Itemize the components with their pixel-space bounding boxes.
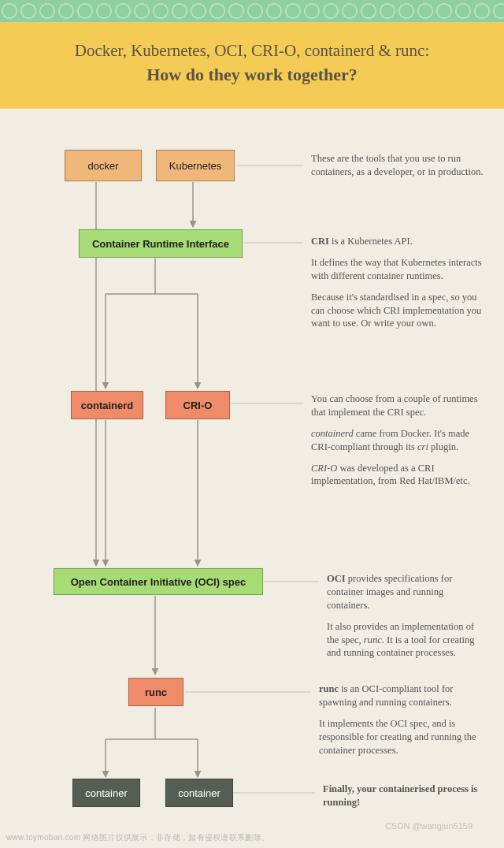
- desc-final: Finally, your containerised process is r…: [323, 783, 484, 817]
- node-kubernetes: Kubernetes: [156, 150, 235, 181]
- desc-rt-p2: containerd came from Docker. It's made C…: [311, 427, 484, 454]
- desc-runtimes: You can choose from a couple of runtimes…: [311, 392, 484, 496]
- diagram-stage: docker Kubernetes These are the tools th…: [0, 109, 504, 834]
- desc-final-text: Finally, your containerised process is r…: [323, 783, 484, 809]
- desc-cri-p2: It defines the way that Kubernetes inter…: [311, 256, 484, 283]
- watermark-toymoban: www.toymoban.com 网络图片仅供展示，非存储，如有侵权请联系删除。: [6, 832, 269, 843]
- desc-oci-p1: OCI provides specifications for containe…: [327, 572, 484, 612]
- node-containerd: containerd: [71, 391, 143, 419]
- node-docker: docker: [65, 150, 142, 181]
- title-line-2: How do they work together?: [24, 63, 480, 87]
- node-oci: Open Container Initiative (OCI) spec: [54, 568, 263, 595]
- desc-oci-p2: It also provides an implementation of th…: [327, 620, 484, 660]
- node-container-b: container: [165, 779, 233, 807]
- page-title: Docker, Kubernetes, OCI, CRI-O, containe…: [24, 39, 480, 87]
- desc-tools: These are the tools that you use to run …: [311, 152, 484, 187]
- title-line-1: Docker, Kubernetes, OCI, CRI-O, containe…: [75, 41, 430, 60]
- desc-runc-p2: It implements the OCI spec, and is respo…: [319, 717, 486, 757]
- desc-tools-text: These are the tools that you use to run …: [311, 152, 484, 179]
- desc-rt-p3: CRI-O was developed as a CRI implementat…: [311, 462, 484, 489]
- desc-runc-p1: runc is an OCI-compliant tool for spawni…: [319, 682, 486, 709]
- watermark-csdn: CSDN @wangjun5159: [385, 821, 472, 831]
- node-container-a: container: [72, 779, 140, 807]
- node-runc: runc: [128, 678, 183, 706]
- desc-rt-p1: You can choose from a couple of runtimes…: [311, 392, 484, 419]
- desc-cri: CRI is a Kubernetes API. It defines the …: [311, 235, 484, 338]
- desc-oci: OCI provides specifications for containe…: [327, 572, 484, 668]
- node-cri: Container Runtime Interface: [79, 229, 243, 258]
- desc-runc: runc is an OCI-compliant tool for spawni…: [319, 682, 486, 764]
- node-crio: CRI-O: [165, 391, 230, 419]
- desc-cri-p1: CRI is a Kubernetes API.: [311, 235, 484, 248]
- title-band: Docker, Kubernetes, OCI, CRI-O, containe…: [0, 22, 504, 109]
- desc-cri-p3: Because it's standardised in a spec, so …: [311, 291, 484, 331]
- decorative-pattern-top: [0, 0, 504, 22]
